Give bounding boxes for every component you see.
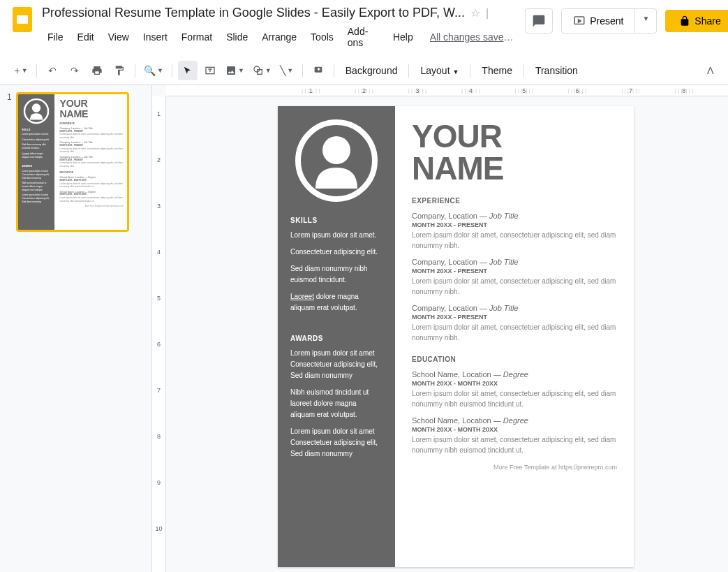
- avatar-placeholder[interactable]: [23, 98, 49, 124]
- skill-item[interactable]: Sed diam nonummy nibh euismod tincidunt.: [290, 263, 382, 286]
- skills-heading[interactable]: SKILLS: [290, 217, 382, 224]
- new-slide-button[interactable]: + ▼: [11, 61, 31, 80]
- image-tool[interactable]: ▼: [223, 61, 247, 80]
- skill-item[interactable]: Consectetuer adipiscing elit.: [290, 247, 382, 258]
- edu-desc[interactable]: Lorem ipsum dolor sit amet, consectetuer…: [412, 434, 617, 455]
- edu-entry[interactable]: School Name, Location — Degree: [59, 191, 123, 193]
- menu-insert[interactable]: Insert: [138, 29, 173, 45]
- skill-item[interactable]: Laoreet dolore magna aliquam erat volutp…: [290, 291, 382, 314]
- menu-addons[interactable]: Add-ons: [342, 23, 385, 51]
- resume-sidebar[interactable]: SKILLS Lorem ipsum dolor sit amet. Conse…: [278, 106, 395, 567]
- slide-panel[interactable]: 1 SKILLS Lorem ipsum dolor sit amet. Con…: [0, 85, 152, 572]
- experience-heading[interactable]: EXPERIENCE: [59, 122, 123, 124]
- skill-item[interactable]: Laoreet dolore magna aliquam erat volutp…: [22, 152, 50, 159]
- avatar-placeholder[interactable]: [295, 119, 378, 203]
- job-desc[interactable]: Lorem ipsum dolor sit amet, consectetuer…: [59, 161, 123, 168]
- name-line1[interactable]: YOUR: [59, 98, 123, 108]
- edu-entry[interactable]: School Name, Location — Degree: [412, 416, 617, 425]
- slide-canvas[interactable]: SKILLS Lorem ipsum dolor sit amet. Conse…: [278, 106, 634, 567]
- job-entry[interactable]: Company, Location — Job Title: [59, 156, 123, 159]
- resume-main[interactable]: YOUR NAME EXPERIENCE Company, Location —…: [395, 106, 634, 567]
- comments-button[interactable]: [525, 8, 553, 34]
- job-entry[interactable]: Company, Location — Job Title: [59, 141, 123, 144]
- job-desc[interactable]: Lorem ipsum dolor sit amet, consectetuer…: [412, 230, 617, 251]
- skill-item[interactable]: Consectetuer adipiscing elit.: [22, 138, 50, 141]
- undo-button[interactable]: ↶: [43, 61, 62, 80]
- menu-help[interactable]: Help: [387, 29, 419, 45]
- line-tool[interactable]: ╲ ▼: [277, 61, 297, 80]
- awards-heading[interactable]: AWARDS: [22, 165, 50, 167]
- textbox-tool[interactable]: [200, 61, 220, 80]
- awards-heading[interactable]: AWARDS: [290, 335, 382, 342]
- menu-file[interactable]: File: [42, 29, 69, 45]
- present-button[interactable]: Present: [562, 9, 634, 33]
- doc-title[interactable]: Professional Resume Template in Google S…: [42, 6, 465, 20]
- slides-logo[interactable]: [11, 6, 34, 34]
- edu-date[interactable]: MONTH 20XX - MONTH 20XX: [412, 380, 617, 387]
- resume-main[interactable]: YOUR NAME EXPERIENCE Company, Location —…: [54, 94, 128, 232]
- zoom-button[interactable]: 🔍 ▼: [141, 61, 166, 80]
- award-item[interactable]: Nibh euismod tincidunt ut laoreet dolore…: [22, 182, 50, 192]
- award-item[interactable]: Lorem ipsum dolor sit amet Consectetuer …: [290, 348, 382, 381]
- select-tool[interactable]: [178, 61, 198, 80]
- skill-item[interactable]: Sed diam nonummy nibh euismod tincidunt.: [22, 143, 50, 150]
- menu-slide[interactable]: Slide: [221, 29, 253, 45]
- canvas-area[interactable]: | | | 1 | | || | | 2 | | || | | 3 | | ||…: [152, 85, 728, 572]
- transition-button[interactable]: Transition: [530, 62, 584, 79]
- theme-button[interactable]: Theme: [476, 62, 518, 79]
- menu-arrange[interactable]: Arrange: [256, 29, 302, 45]
- job-date[interactable]: MONTH 20XX - PRESENT: [59, 159, 123, 161]
- edu-entry[interactable]: School Name, Location — Degree: [412, 370, 617, 379]
- edu-entry[interactable]: School Name, Location — Degree: [59, 176, 123, 179]
- job-desc[interactable]: Lorem ipsum dolor sit amet, consectetuer…: [59, 133, 123, 139]
- job-date[interactable]: MONTH 20XX - PRESENT: [59, 130, 123, 132]
- footer-link[interactable]: More Free Template at https://prwirepro.…: [59, 205, 123, 207]
- job-date[interactable]: MONTH 20XX - PRESENT: [412, 221, 617, 228]
- collapse-toolbar-button[interactable]: ᐱ: [704, 62, 717, 79]
- print-button[interactable]: [87, 61, 107, 80]
- save-status[interactable]: All changes saved in ...: [430, 31, 517, 43]
- award-item[interactable]: Lorem ipsum dolor sit amet Consectetuer …: [290, 426, 382, 460]
- job-entry[interactable]: Company, Location — Job Title: [412, 304, 617, 312]
- layout-button[interactable]: Layout ▼: [415, 62, 464, 79]
- job-entry[interactable]: Company, Location — Job Title: [412, 258, 617, 266]
- menu-view[interactable]: View: [103, 29, 135, 45]
- job-date[interactable]: MONTH 20XX - PRESENT: [412, 267, 617, 274]
- skills-heading[interactable]: SKILLS: [22, 129, 50, 131]
- redo-button[interactable]: ↷: [65, 61, 84, 80]
- share-button[interactable]: Share: [665, 10, 728, 32]
- job-date[interactable]: MONTH 20XX - PRESENT: [59, 145, 123, 147]
- menu-format[interactable]: Format: [176, 29, 218, 45]
- skill-item[interactable]: Lorem ipsum dolor sit amet.: [22, 133, 50, 136]
- paint-format-button[interactable]: [110, 61, 129, 80]
- shape-tool[interactable]: ▼: [250, 61, 274, 80]
- name-line2[interactable]: NAME: [412, 152, 617, 184]
- menu-tools[interactable]: Tools: [305, 29, 339, 45]
- job-desc[interactable]: Lorem ipsum dolor sit amet, consectetuer…: [412, 276, 617, 297]
- edu-desc[interactable]: Lorem ipsum dolor sit amet, consectetuer…: [412, 388, 617, 409]
- job-date[interactable]: MONTH 20XX - PRESENT: [412, 314, 617, 321]
- job-entry[interactable]: Company, Location — Job Title: [59, 127, 123, 130]
- edu-date[interactable]: MONTH 20XX - MONTH 20XX: [59, 179, 123, 182]
- footer-link[interactable]: More Free Template at https://prwirepro.…: [412, 464, 617, 471]
- resume-sidebar[interactable]: SKILLS Lorem ipsum dolor sit amet. Conse…: [18, 94, 54, 232]
- job-desc[interactable]: Lorem ipsum dolor sit amet, consectetuer…: [59, 147, 123, 153]
- award-item[interactable]: Nibh euismod tincidunt ut laoreet dolore…: [290, 387, 382, 420]
- edu-date[interactable]: MONTH 20XX - MONTH 20XX: [412, 426, 617, 433]
- name-line2[interactable]: NAME: [59, 108, 123, 118]
- education-heading[interactable]: EDUCATION: [412, 355, 617, 363]
- name-line1[interactable]: YOUR: [412, 120, 617, 152]
- edu-desc[interactable]: Lorem ipsum dolor sit amet, consectetuer…: [59, 196, 123, 203]
- edu-desc[interactable]: Lorem ipsum dolor sit amet, consectetuer…: [59, 182, 123, 188]
- present-dropdown[interactable]: ▼: [634, 9, 656, 33]
- slide-thumbnail[interactable]: SKILLS Lorem ipsum dolor sit amet. Conse…: [16, 92, 129, 232]
- skill-item[interactable]: Lorem ipsum dolor sit amet.: [290, 230, 382, 241]
- comment-tool[interactable]: [309, 61, 328, 80]
- experience-heading[interactable]: EXPERIENCE: [412, 197, 617, 205]
- star-icon[interactable]: ☆: [470, 6, 480, 20]
- job-entry[interactable]: Company, Location — Job Title: [412, 212, 617, 220]
- edu-date[interactable]: MONTH 20XX - MONTH 20XX: [59, 193, 123, 196]
- job-desc[interactable]: Lorem ipsum dolor sit amet, consectetuer…: [412, 322, 617, 343]
- award-item[interactable]: Lorem ipsum dolor sit amet Consectetuer …: [22, 193, 50, 204]
- menu-edit[interactable]: Edit: [72, 29, 100, 45]
